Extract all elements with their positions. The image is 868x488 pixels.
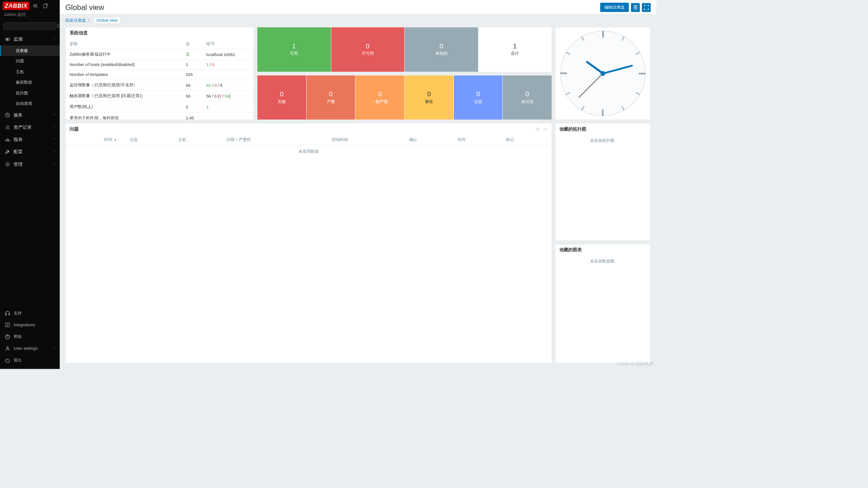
svg-point-13 (543, 129, 544, 130)
cell-value: 99 (182, 80, 202, 91)
tile-number: 1 (513, 42, 517, 50)
fullscreen-button[interactable] (642, 3, 651, 12)
nav-sub-item[interactable]: 主机 (0, 66, 60, 77)
widget-title: 收藏的拓扑图 (560, 126, 586, 132)
col-param: 参数 (66, 39, 182, 49)
nav-label: 资产记录 (14, 124, 50, 131)
cell-param: 触发器数量（已启用/已禁用 [问题/正常]） (66, 91, 182, 102)
clock-tick (636, 92, 641, 95)
cell-value: 2 (182, 102, 202, 113)
status-tile[interactable]: 0严重 (307, 75, 355, 120)
list-icon (5, 125, 10, 130)
nav-head-services[interactable]: 服务˅ (0, 109, 60, 121)
search-input[interactable] (6, 23, 57, 28)
clock-tick (639, 73, 646, 75)
nav-sub-item[interactable]: 拓扑图 (0, 88, 60, 98)
hand-sec (579, 73, 604, 98)
nav-bottom-logout[interactable]: 退出 (0, 354, 60, 366)
nav-sub-item[interactable]: 仪表板 (0, 46, 60, 56)
svg-point-14 (545, 129, 546, 130)
col-header[interactable]: 主机 (175, 135, 224, 145)
nav-group-services: 服务˅ (0, 109, 60, 121)
breadcrumb-root-link[interactable]: 添加仪表盘 (65, 18, 85, 23)
col-header[interactable]: 确认 (406, 135, 455, 145)
nav-sub-item[interactable]: 最新数据 (0, 77, 60, 88)
gear-icon (5, 162, 10, 167)
cell-value: 1.46 (182, 113, 202, 119)
cell-value: 325 (182, 70, 202, 80)
nav-bottom: 支持Integrations帮助User settings˅退出 (0, 307, 60, 369)
status-tile[interactable]: 0灾难 (257, 75, 306, 120)
clock-icon (5, 113, 10, 118)
nav-sub-item[interactable]: 问题 (0, 56, 60, 66)
chevron-down-icon: ˅ (53, 162, 55, 166)
dashboard-grid: 系统信息 参数 值 细节 Zabbix服务器端运行中是localhost:100… (60, 27, 656, 369)
collapse-sidebar-button[interactable] (32, 3, 40, 9)
table-row: Zabbix服务器端运行中是localhost:10051 (66, 49, 254, 60)
tile-label: 不可用 (362, 51, 374, 56)
table-row: 触发器数量（已启用/已禁用 [问题/正常]）5656 / 0 [0 / 56] (66, 91, 254, 102)
edit-dashboard-button[interactable]: 编辑仪表盘 (600, 3, 629, 12)
status-tile[interactable]: 0不可用 (331, 27, 404, 71)
status-tile[interactable]: 1可用 (257, 27, 330, 71)
widget-favorite-maps: 收藏的拓扑图 未添加拓扑图. (555, 123, 651, 241)
nav-group-config: 配置˅ (0, 146, 60, 158)
power-icon (5, 357, 10, 363)
logo-row: ZABBIX (0, 0, 60, 12)
tile-label: 合计 (511, 51, 519, 56)
more-icon[interactable] (543, 127, 548, 131)
tile-number: 0 (378, 90, 382, 98)
clock-tick (621, 36, 625, 41)
breadcrumb-separator: / (88, 18, 90, 23)
cell-param: Zabbix服务器端运行中 (66, 49, 182, 60)
widget-title: 系统信息 (70, 30, 87, 37)
status-tile[interactable]: 0一般严重 (355, 75, 404, 120)
clock-tick (560, 72, 567, 74)
status-tile[interactable]: 0未分类 (503, 75, 552, 120)
nav-head-inventory[interactable]: 资产记录˅ (0, 121, 60, 133)
col-header[interactable]: 标记 (503, 135, 552, 145)
brand-logo[interactable]: ZABBIX (3, 2, 29, 10)
hand-min (603, 65, 633, 74)
status-tile[interactable]: 0未知的 (405, 27, 478, 71)
popout-icon[interactable] (42, 3, 49, 9)
tile-number: 0 (329, 90, 333, 98)
widget-problems: 问题 时间 ▼信息主机问题 • 严重性持续时间确认动作标记 未发现数据 (65, 123, 552, 363)
nav-head-admin[interactable]: 管理˅ (0, 158, 60, 170)
tile-label: 警告 (425, 99, 433, 104)
nav-bottom-user[interactable]: User settings˅ (0, 343, 60, 354)
dashboard-list-button[interactable] (631, 3, 640, 12)
search-box[interactable] (4, 22, 57, 30)
status-tile[interactable]: 0信息 (454, 75, 503, 120)
col-header[interactable]: 时间 ▼ (66, 135, 127, 145)
headset-icon (5, 310, 10, 316)
bar-chart-icon (5, 137, 10, 142)
widget-title: 问题 (70, 126, 79, 132)
nav-bottom-help[interactable]: 帮助 (0, 331, 60, 343)
nav-head-monitor[interactable]: 监测˄ (0, 33, 60, 45)
col-header[interactable]: 信息 (127, 135, 175, 145)
col-header[interactable]: 动作 (455, 135, 503, 145)
cell-param: Number of templates (66, 70, 182, 80)
nav-head-config[interactable]: 配置˅ (0, 146, 60, 158)
gear-icon[interactable] (535, 127, 540, 131)
status-tile[interactable]: 0警告 (405, 75, 453, 120)
col-header[interactable]: 问题 • 严重性 (224, 135, 329, 145)
main: Global view 编辑仪表盘 添加仪表盘 / Global view 系统… (60, 0, 656, 369)
nav-group-admin: 管理˅ (0, 158, 60, 170)
status-tile[interactable]: 1合计 (478, 27, 552, 71)
nav-bottom-support[interactable]: 支持 (0, 307, 60, 319)
svg-rect-0 (43, 5, 47, 8)
table-row: Number of templates325 (66, 70, 254, 80)
col-header[interactable]: 持续时间 (329, 135, 406, 145)
tile-number: 0 (427, 90, 431, 98)
nav-label: 报表 (14, 136, 50, 143)
cell-value: 是 (182, 49, 202, 60)
nav-head-reports[interactable]: 报表˅ (0, 134, 60, 146)
nav-bottom-integrations[interactable]: Integrations (0, 319, 60, 331)
tile-label: 一般严重 (372, 99, 388, 104)
nav-sub-item[interactable]: 自动发现 (0, 99, 60, 109)
cell-value: 56 (182, 91, 202, 102)
chevron-down-icon: ˅ (53, 126, 55, 129)
nav-label: 管理 (14, 161, 50, 168)
